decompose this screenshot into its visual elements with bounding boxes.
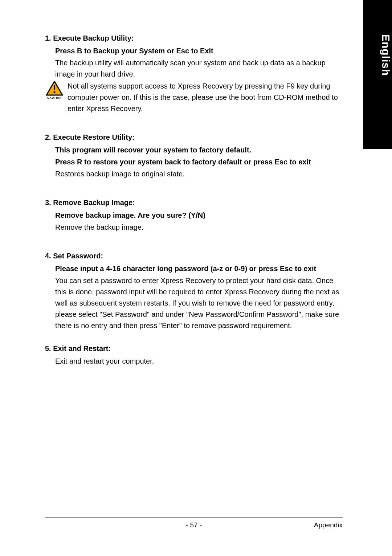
section-subheading: This program will recover your system to…	[55, 144, 343, 156]
section-subheading: Press R to restore your system back to f…	[55, 156, 343, 168]
section-subheading: Press B to Backup your System or Esc to …	[55, 45, 343, 57]
section-set-password: 4. Set Password: Please input a 4-16 cha…	[45, 250, 343, 331]
footer-row: - 57 - Appendix	[45, 521, 343, 529]
section-remove-backup: 3. Remove Backup Image: Remove backup im…	[45, 197, 343, 233]
section-body: Restores backup image to original state.	[55, 168, 343, 180]
section-body: Exit and restart your computer.	[55, 356, 343, 367]
section-body: Remove the backup image.	[55, 222, 343, 233]
svg-rect-1	[54, 85, 55, 90]
section-exit-restart: 5. Exit and Restart: Exit and restart yo…	[45, 343, 343, 367]
footer-rule	[45, 518, 343, 518]
page-number: - 57 -	[45, 521, 343, 529]
section-backup-utility: 1. Execute Backup Utility: Press B to Ba…	[45, 33, 343, 114]
caution-label: CAUTION	[44, 96, 65, 99]
section-body: The backup utility will automatically sc…	[55, 57, 343, 80]
caution-icon	[44, 81, 65, 96]
language-tab-text: English	[363, 34, 392, 76]
section-subheading: Remove backup image. Are you sure? (Y/N)	[55, 210, 343, 221]
section-heading: 4. Set Password:	[45, 250, 343, 262]
caution-icon-wrap: CAUTION	[44, 81, 65, 99]
page-footer: - 57 - Appendix	[45, 518, 343, 529]
section-heading: 3. Remove Backup Image:	[45, 197, 343, 208]
section-body: You can set a password to enter Xpress R…	[55, 275, 343, 331]
section-heading: 1. Execute Backup Utility:	[45, 33, 343, 44]
section-subheading: Please input a 4-16 character long passw…	[55, 263, 343, 274]
section-restore-utility: 2. Execute Restore Utility: This program…	[45, 132, 343, 180]
caution-text: Not all systems support access to Xpress…	[68, 81, 343, 114]
caution-block: CAUTION Not all systems support access t…	[44, 81, 343, 114]
page-content: 1. Execute Backup Utility: Press B to Ba…	[45, 33, 343, 384]
language-tab: English	[363, 0, 392, 149]
section-heading: 2. Execute Restore Utility:	[45, 132, 343, 143]
section-heading: 5. Exit and Restart:	[45, 343, 343, 354]
svg-point-2	[53, 91, 55, 93]
